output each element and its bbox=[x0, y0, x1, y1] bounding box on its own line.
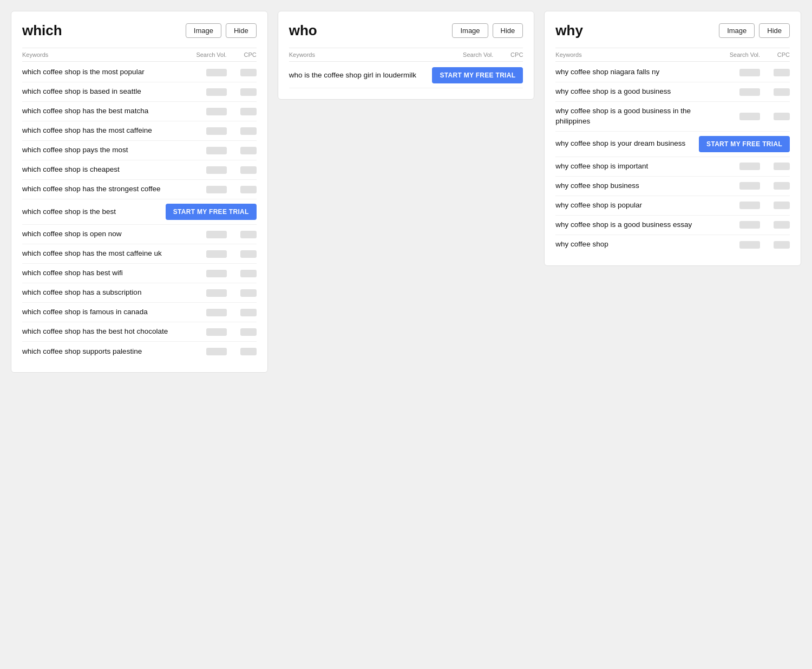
keyword-row: which coffee shop has the best hot choco… bbox=[22, 322, 257, 342]
search-vol-pill bbox=[739, 241, 760, 249]
keyword-text: which coffee shop has the strongest coff… bbox=[22, 184, 189, 194]
keyword-row: why coffee shop bbox=[555, 235, 790, 255]
search-vol-pill bbox=[206, 186, 227, 193]
card-title-who: who bbox=[289, 22, 317, 39]
keyword-text: which coffee shop is based in seattle bbox=[22, 87, 189, 97]
keyword-row: which coffee shop has best wifi bbox=[22, 264, 257, 283]
search-vol-cell bbox=[189, 289, 227, 297]
cpc-cell bbox=[227, 309, 257, 316]
search-vol-pill bbox=[206, 270, 227, 277]
cpc-cell bbox=[227, 270, 257, 277]
keyword-row: which coffee shop has the strongest coff… bbox=[22, 180, 257, 199]
keyword-row: why coffee shop niagara falls ny bbox=[555, 63, 790, 82]
search-vol-pill bbox=[206, 348, 227, 355]
col-keywords-label: Keywords bbox=[555, 51, 722, 58]
card-who: whoImageHideKeywordsSearch Vol.CPCwho is… bbox=[278, 11, 535, 100]
cpc-pill bbox=[774, 69, 790, 76]
cpc-pill bbox=[240, 289, 257, 297]
card-header-who: whoImageHide bbox=[289, 22, 523, 39]
keyword-text: which coffee shop has the best matcha bbox=[22, 106, 189, 116]
keyword-text: which coffee shop is cheapest bbox=[22, 165, 189, 175]
cpc-pill bbox=[240, 250, 257, 258]
col-keywords-label: Keywords bbox=[22, 51, 189, 58]
keyword-text: which coffee shop has a subscription bbox=[22, 288, 189, 298]
search-vol-cell bbox=[189, 231, 227, 238]
keyword-text: why coffee shop is important bbox=[555, 161, 722, 172]
search-vol-cell bbox=[722, 202, 760, 209]
search-vol-pill bbox=[206, 166, 227, 174]
hide-button-which[interactable]: Hide bbox=[226, 23, 257, 38]
image-button-who[interactable]: Image bbox=[452, 23, 488, 38]
search-vol-pill bbox=[739, 88, 760, 96]
header-buttons-who: ImageHide bbox=[452, 23, 523, 38]
card-title-why: why bbox=[555, 22, 583, 39]
keyword-text: which coffee shop is open now bbox=[22, 229, 189, 239]
keyword-text: why coffee shop business bbox=[555, 181, 722, 191]
trial-button-who-0[interactable]: START MY FREE TRIAL bbox=[432, 67, 523, 83]
cpc-cell bbox=[227, 186, 257, 193]
keyword-row: which coffee shop is the most popular bbox=[22, 63, 257, 82]
image-button-why[interactable]: Image bbox=[719, 23, 755, 38]
keyword-text: which coffee shop is the most popular bbox=[22, 67, 189, 77]
header-buttons-why: ImageHide bbox=[719, 23, 790, 38]
cpc-pill bbox=[774, 113, 790, 120]
cpc-cell bbox=[227, 289, 257, 297]
search-vol-cell bbox=[189, 166, 227, 174]
keyword-text: which coffee shop has the most caffeine … bbox=[22, 249, 189, 259]
cpc-cell bbox=[760, 69, 790, 76]
main-container: whichImageHideKeywordsSearch Vol.CPCwhic… bbox=[11, 11, 801, 373]
search-vol-pill bbox=[206, 69, 227, 76]
cpc-cell bbox=[227, 166, 257, 174]
search-vol-cell bbox=[722, 113, 760, 120]
cpc-pill bbox=[774, 241, 790, 249]
image-button-which[interactable]: Image bbox=[186, 23, 221, 38]
hide-button-who[interactable]: Hide bbox=[493, 23, 523, 38]
keyword-row-trial: which coffee shop is the bestSTART MY FR… bbox=[22, 199, 257, 225]
keyword-text: why coffee shop bbox=[555, 239, 722, 250]
cpc-pill bbox=[774, 88, 790, 96]
trial-button-why-3[interactable]: START MY FREE TRIAL bbox=[699, 136, 790, 152]
cpc-pill bbox=[240, 328, 257, 336]
hide-button-why[interactable]: Hide bbox=[759, 23, 790, 38]
search-vol-cell bbox=[189, 250, 227, 258]
cpc-cell bbox=[760, 221, 790, 229]
keyword-row: which coffee shop is based in seattle bbox=[22, 82, 257, 102]
cpc-pill bbox=[240, 348, 257, 355]
keyword-text: which coffee shop pays the most bbox=[22, 145, 189, 155]
cpc-cell bbox=[227, 147, 257, 154]
search-vol-pill bbox=[206, 289, 227, 297]
search-vol-cell bbox=[189, 69, 227, 76]
cpc-cell bbox=[227, 348, 257, 355]
keyword-text: which coffee shop supports palestine bbox=[22, 347, 189, 357]
keyword-row: why coffee shop is a good business essay bbox=[555, 216, 790, 235]
search-vol-cell bbox=[189, 348, 227, 355]
search-vol-cell bbox=[189, 309, 227, 316]
search-vol-pill bbox=[206, 250, 227, 258]
col-search-vol-label: Search Vol. bbox=[455, 51, 493, 58]
keyword-row: which coffee shop has a subscription bbox=[22, 283, 257, 303]
keyword-text: why coffee shop is a good business in th… bbox=[555, 106, 722, 127]
cpc-pill bbox=[240, 127, 257, 135]
search-vol-cell bbox=[722, 69, 760, 76]
search-vol-pill bbox=[739, 221, 760, 229]
card-header-why: whyImageHide bbox=[555, 22, 790, 39]
cpc-cell bbox=[227, 127, 257, 135]
cpc-pill bbox=[774, 221, 790, 229]
search-vol-cell bbox=[722, 221, 760, 229]
card-header-which: whichImageHide bbox=[22, 22, 257, 39]
keyword-row: why coffee shop is a good business bbox=[555, 82, 790, 102]
search-vol-cell bbox=[189, 270, 227, 277]
keyword-row: which coffee shop is famous in canada bbox=[22, 303, 257, 322]
cpc-cell bbox=[227, 231, 257, 238]
table-header-why: KeywordsSearch Vol.CPC bbox=[555, 48, 790, 62]
card-title-which: which bbox=[22, 22, 62, 39]
keyword-row: which coffee shop has the best matcha bbox=[22, 102, 257, 121]
keyword-text: why coffee shop is a good business essay bbox=[555, 220, 722, 230]
col-cpc-label: CPC bbox=[760, 51, 790, 58]
keyword-text: why coffee shop niagara falls ny bbox=[555, 67, 722, 77]
trial-button-which-7[interactable]: START MY FREE TRIAL bbox=[166, 204, 257, 220]
keyword-text: which coffee shop is the best bbox=[22, 207, 166, 217]
cpc-pill bbox=[240, 186, 257, 193]
keyword-row: which coffee shop is cheapest bbox=[22, 160, 257, 180]
search-vol-pill bbox=[206, 88, 227, 96]
